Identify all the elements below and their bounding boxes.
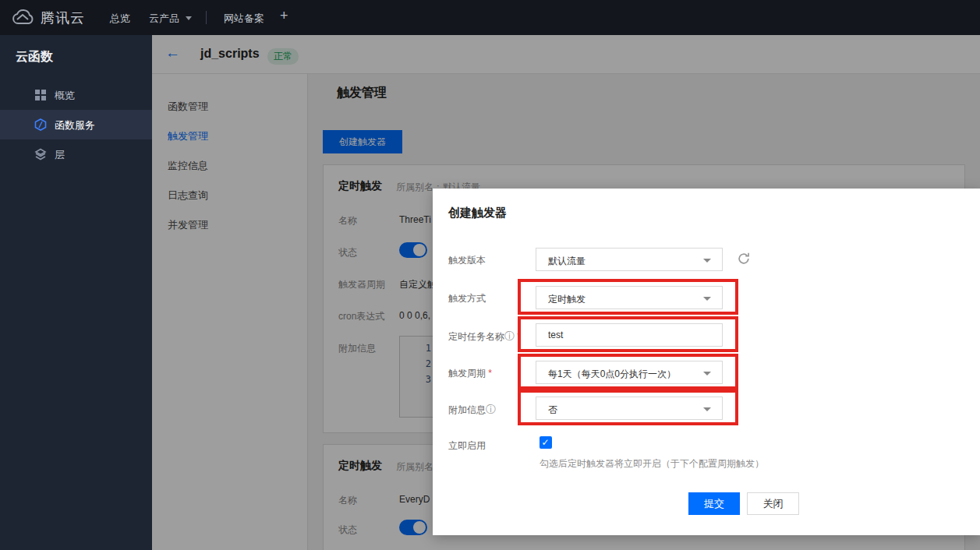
submit-button[interactable]: 提交: [688, 492, 740, 515]
info-icon[interactable]: [504, 330, 515, 342]
checkbox-helper-text: 勾选后定时触发器将立即开启（于下个配置周期触发）: [540, 457, 764, 471]
required-asterisk: *: [517, 331, 521, 342]
hexagon-function-icon: [34, 118, 47, 131]
grid-icon: [34, 89, 47, 101]
timer-task-name-input[interactable]: [536, 323, 723, 347]
sidebar-item-label: 概览: [55, 89, 75, 103]
trigger-cycle-select[interactable]: 每1天（每天0点0分执行一次）: [536, 361, 723, 384]
selected-value: 默认流量: [548, 255, 586, 268]
brand-name: 腾讯云: [41, 9, 85, 27]
nav-overview[interactable]: 总览: [110, 12, 130, 26]
modal-title: 创建触发器: [448, 206, 507, 220]
selected-value: 每1天（每天0点0分执行一次）: [548, 368, 676, 381]
trigger-method-select[interactable]: 定时触发: [536, 286, 723, 309]
sidebar-item-label: 层: [55, 148, 65, 162]
create-trigger-modal: 创建触发器 触发版本 默认流量 触发方式 定时触发 定时任务名称 * 触发周期 …: [433, 189, 980, 535]
refresh-icon[interactable]: [737, 252, 751, 266]
chevron-down-icon: [186, 16, 192, 20]
selected-value: 否: [548, 404, 557, 417]
info-icon[interactable]: [486, 404, 496, 415]
required-asterisk: *: [488, 368, 492, 379]
top-navbar: 腾讯云 总览 云产品 网站备案 +: [0, 0, 980, 35]
field-label: 定时任务名称 *: [448, 330, 521, 344]
field-label: 触发周期 *: [448, 367, 492, 380]
layers-icon: [34, 148, 47, 160]
label-text: 附加信息: [448, 404, 486, 415]
enable-now-checkbox[interactable]: [540, 436, 552, 449]
sidebar-item-layers[interactable]: 层: [0, 139, 152, 169]
selected-value: 定时触发: [548, 293, 586, 306]
close-button[interactable]: 关闭: [747, 492, 799, 515]
sidebar-item-overview[interactable]: 概览: [0, 80, 152, 110]
sidebar-item-function-service[interactable]: 函数服务: [0, 110, 152, 139]
label-text: 触发周期: [448, 368, 486, 379]
nav-cloud-products[interactable]: 云产品: [149, 12, 179, 26]
add-tab-icon[interactable]: +: [280, 8, 288, 24]
label-text: 定时任务名称: [448, 331, 504, 342]
product-sidebar: 云函数 概览 函数服务 层: [0, 35, 152, 550]
trigger-version-select[interactable]: 默认流量: [536, 248, 723, 271]
field-label: 附加信息: [448, 403, 496, 417]
extra-info-select[interactable]: 否: [536, 397, 723, 420]
sidebar-item-label: 函数服务: [55, 118, 95, 132]
field-label: 立即启用: [448, 439, 486, 453]
nav-divider: [206, 11, 207, 24]
nav-icp-filing[interactable]: 网站备案: [224, 12, 264, 26]
tencent-cloud-logo-icon[interactable]: [11, 8, 34, 28]
sidebar-title: 云函数: [16, 49, 53, 65]
field-label: 触发版本: [448, 254, 486, 267]
field-label: 触发方式: [448, 292, 486, 305]
